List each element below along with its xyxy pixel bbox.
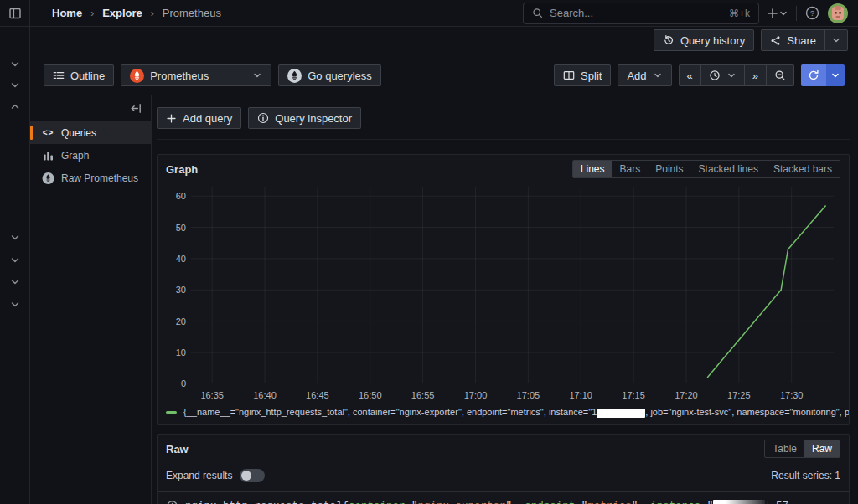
add-query-button[interactable]: Add query	[157, 107, 241, 129]
time-picker-button[interactable]	[700, 64, 745, 86]
y-tick-label: 20	[176, 316, 186, 327]
clock-icon	[709, 69, 721, 81]
queryless-logo-icon	[287, 69, 302, 83]
chevron-down-icon	[252, 70, 262, 80]
dock-cell	[0, 0, 29, 27]
time-series-chart[interactable]: 0102030405060 16:3516:4016:4516:5016:551…	[164, 183, 842, 405]
split-label: Split	[581, 69, 602, 82]
prometheus-icon	[42, 172, 54, 184]
plus-icon	[166, 113, 177, 124]
chart-legend[interactable]: {__name__="nginx_http_requests_total", c…	[158, 405, 849, 424]
raw-options-row: Expand results Result series: 1	[158, 463, 849, 487]
time-range-back-button[interactable]: «	[679, 64, 701, 86]
search-box[interactable]: ⌘+k	[523, 3, 759, 24]
graph-mode-stacked-lines[interactable]: Stacked lines	[691, 161, 766, 177]
help-icon[interactable]: ?	[805, 6, 819, 20]
header-divider	[796, 6, 797, 21]
search-input[interactable]	[550, 7, 722, 19]
refresh-button[interactable]	[801, 64, 826, 86]
raw-segment: ",	[765, 501, 769, 504]
nav-section-chevron-down-icon[interactable]	[10, 255, 20, 265]
raw-segment: ="	[575, 501, 587, 504]
query-actions-row: Add query Query inspector	[157, 95, 850, 140]
raw-metric-value: 57	[776, 501, 840, 504]
time-controls-group: « »	[679, 64, 794, 86]
redacted-instance-value	[713, 500, 765, 504]
nav-section-chevron-down-icon[interactable]	[10, 80, 20, 90]
chevron-down-icon	[653, 70, 663, 80]
y-tick-label: 40	[176, 254, 186, 264]
add-new-button[interactable]	[768, 8, 788, 19]
nav-section-chevron-up-icon[interactable]	[10, 101, 20, 111]
nav-section-chevron-down-icon[interactable]	[10, 59, 20, 69]
explore-content: <>QueriesGraphRaw Prometheus Add query	[30, 95, 858, 504]
search-icon	[532, 8, 543, 18]
toolbar-left: Outline Prometheus Go queryless	[44, 64, 381, 86]
toggle-knob	[241, 471, 251, 481]
breadcrumb-separator-icon: ›	[89, 8, 96, 19]
outline-item-queries[interactable]: <>Queries	[30, 121, 151, 144]
breadcrumb-explore[interactable]: Explore	[102, 7, 142, 19]
svg-text:?: ?	[810, 9, 814, 18]
code-icon: <>	[42, 128, 54, 137]
raw-view-toggle-group: TableRaw	[764, 440, 840, 458]
chevron-down-icon	[726, 70, 737, 80]
breadcrumb-home[interactable]: Home	[52, 7, 82, 19]
split-button[interactable]: Split	[554, 64, 611, 86]
outline-item-label: Queries	[61, 127, 96, 139]
outline-item-graph[interactable]: Graph	[30, 144, 151, 167]
outline-item-raw-prometheus[interactable]: Raw Prometheus	[30, 167, 151, 189]
time-range-forward-button[interactable]: »	[744, 64, 767, 86]
raw-panel: Raw TableRaw Expand results Result serie…	[157, 434, 850, 504]
share-options-chevron[interactable]	[825, 29, 848, 51]
nav-section-chevron-down-icon[interactable]	[10, 277, 20, 287]
query-history-label: Query history	[680, 34, 745, 47]
y-tick-label: 0	[181, 378, 186, 388]
nav-section-chevron-down-icon[interactable]	[10, 233, 20, 243]
split-view-icon	[563, 69, 575, 81]
series-line	[707, 205, 825, 378]
share-button[interactable]: Share	[761, 29, 825, 51]
query-inspector-button[interactable]: Query inspector	[248, 107, 361, 129]
raw-panel-header: Raw TableRaw	[158, 435, 849, 463]
graph-mode-stacked-bars[interactable]: Stacked bars	[766, 161, 840, 177]
result-series-count: Result series: 1	[771, 470, 840, 481]
user-avatar[interactable]	[828, 3, 848, 23]
zoom-out-time-button[interactable]	[766, 64, 794, 86]
dock-menu-toggle-icon[interactable]	[8, 7, 22, 20]
outline-button[interactable]: Outline	[44, 64, 114, 86]
raw-segment: nginx-exporter	[418, 501, 506, 504]
graph-mode-points[interactable]: Points	[648, 161, 690, 177]
collapse-outline-icon[interactable]	[130, 102, 142, 115]
explore-main: Add query Query inspector Graph LinesBar…	[152, 95, 858, 504]
raw-segment: ",	[632, 501, 651, 504]
search-shortcut: ⌘+k	[729, 8, 750, 19]
breadcrumb-separator-icon: ›	[149, 8, 156, 19]
x-axis-labels: 16:3516:4016:4516:5016:5517:0017:0517:10…	[191, 387, 834, 405]
share-label: Share	[787, 34, 816, 47]
graph-mode-bars[interactable]: Bars	[612, 161, 649, 177]
raw-segment: nginx_http_requests_total{	[185, 501, 349, 504]
x-tick-label: 17:15	[622, 390, 645, 400]
raw-segment: endpoint	[525, 501, 575, 504]
x-tick-label: 17:10	[569, 390, 592, 400]
graph-mode-lines[interactable]: Lines	[573, 161, 612, 177]
raw-view-raw[interactable]: Raw	[804, 440, 840, 457]
raw-view-table[interactable]: Table	[765, 440, 804, 457]
legend-series-swatch	[166, 411, 177, 414]
raw-segment: ="	[406, 501, 418, 504]
expand-results-toggle[interactable]	[240, 469, 265, 482]
datasource-picker[interactable]: Prometheus	[121, 64, 271, 86]
nav-rail	[0, 0, 30, 504]
go-queryless-button[interactable]: Go queryless	[278, 64, 381, 86]
bar-chart-icon	[42, 150, 54, 162]
refresh-interval-chevron[interactable]	[826, 64, 845, 86]
breadcrumb-prometheus: Prometheus	[163, 7, 221, 19]
query-inspector-label: Query inspector	[275, 112, 352, 125]
nav-section-chevron-down-icon[interactable]	[10, 300, 20, 310]
query-history-button[interactable]: Query history	[654, 29, 754, 51]
graph-panel: Graph LinesBarsPointsStacked linesStacke…	[157, 154, 850, 425]
raw-segment: container	[349, 501, 406, 504]
add-dropdown-button[interactable]: Add	[618, 64, 671, 86]
raw-result-row[interactable]: nginx_http_requests_total{container="ngi…	[158, 491, 849, 504]
